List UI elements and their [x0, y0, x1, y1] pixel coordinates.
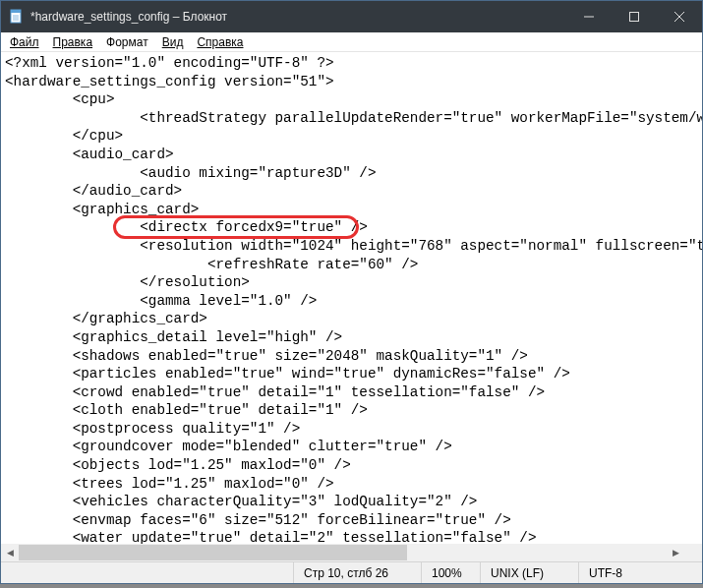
code-line: <threadStrategy parallelUpdateRender="tr… [5, 109, 702, 128]
code-line: <crowd enabled="true" detail="1" tessell… [5, 383, 702, 402]
scroll-corner [684, 544, 702, 561]
code-line: <graphics_detail level="high" /> [5, 328, 702, 347]
code-line: <cloth enabled="true" detail="1" /> [5, 401, 702, 420]
status-zoom: 100% [421, 562, 480, 583]
code-line: <water update="true" detail="2" tessella… [5, 529, 702, 544]
code-line: <postprocess quality="1" /> [5, 420, 702, 439]
titlebar[interactable]: *hardware_settings_config – Блокнот [1, 1, 702, 32]
code-line: </cpu> [5, 127, 702, 146]
status-position: Стр 10, стлб 26 [293, 562, 421, 583]
code-line: <objects lod="1.25" maxlod="0" /> [5, 456, 702, 475]
code-line: <trees lod="1.25" maxlod="0" /> [5, 475, 702, 494]
statusbar: Стр 10, стлб 26 100% UNIX (LF) UTF-8 [1, 561, 702, 583]
scroll-thumb[interactable] [19, 545, 407, 560]
code-line: <particles enabled="true" wind="true" dy… [5, 365, 702, 383]
notepad-window: *hardware_settings_config – Блокнот Файл… [0, 0, 703, 584]
maximize-button[interactable] [612, 1, 657, 32]
svg-rect-1 [11, 10, 21, 13]
svg-rect-6 [630, 13, 639, 22]
status-eol: UNIX (LF) [480, 562, 578, 583]
menubar: Файл Правка Формат Вид Справка [1, 32, 702, 52]
code-line: <cpu> [5, 90, 702, 109]
code-line: <audio mixing="rapture3D" /> [5, 164, 702, 183]
code-line: <graphics_card> [5, 201, 702, 219]
notepad-icon [9, 9, 25, 25]
menu-edit[interactable]: Правка [46, 34, 100, 50]
scroll-track[interactable] [19, 544, 667, 561]
editor-area: <?xml version="1.0" encoding="UTF-8" ?><… [1, 52, 702, 561]
code-line: </audio_card> [5, 182, 702, 201]
code-line: <gamma level="1.0" /> [5, 292, 702, 311]
code-line: <refreshRate rate="60" /> [5, 256, 702, 274]
menu-view[interactable]: Вид [155, 34, 191, 50]
scroll-right-icon[interactable]: ▶ [667, 544, 684, 561]
code-line: <directx forcedx9="true" /> [5, 218, 702, 237]
code-line: <envmap faces="6" size="512" forceBiline… [5, 511, 702, 530]
code-line: <?xml version="1.0" encoding="UTF-8" ?> [5, 54, 702, 73]
window-title: *hardware_settings_config – Блокнот [30, 10, 566, 24]
scroll-left-icon[interactable]: ◀ [1, 544, 19, 561]
horizontal-scrollbar[interactable]: ◀ ▶ [1, 544, 684, 561]
menu-file[interactable]: Файл [3, 34, 46, 50]
status-encoding: UTF-8 [578, 562, 684, 583]
code-line: <shadows enabled="true" size="2048" mask… [5, 347, 702, 366]
menu-help[interactable]: Справка [190, 34, 250, 50]
window-controls [566, 1, 702, 32]
menu-format[interactable]: Формат [99, 34, 155, 50]
code-line: <resolution width="1024" height="768" as… [5, 237, 702, 256]
code-line: <audio_card> [5, 146, 702, 164]
text-editor[interactable]: <?xml version="1.0" encoding="UTF-8" ?><… [5, 54, 702, 544]
code-line: <vehicles characterQuality="3" lodQualit… [5, 493, 702, 511]
code-line: <groundcover mode="blended" clutter="tru… [5, 438, 702, 456]
code-line: </graphics_card> [5, 310, 702, 328]
code-line: <hardware_settings_config version="51"> [5, 73, 702, 91]
code-line: </resolution> [5, 273, 702, 292]
close-button[interactable] [657, 1, 702, 32]
minimize-button[interactable] [566, 1, 612, 32]
